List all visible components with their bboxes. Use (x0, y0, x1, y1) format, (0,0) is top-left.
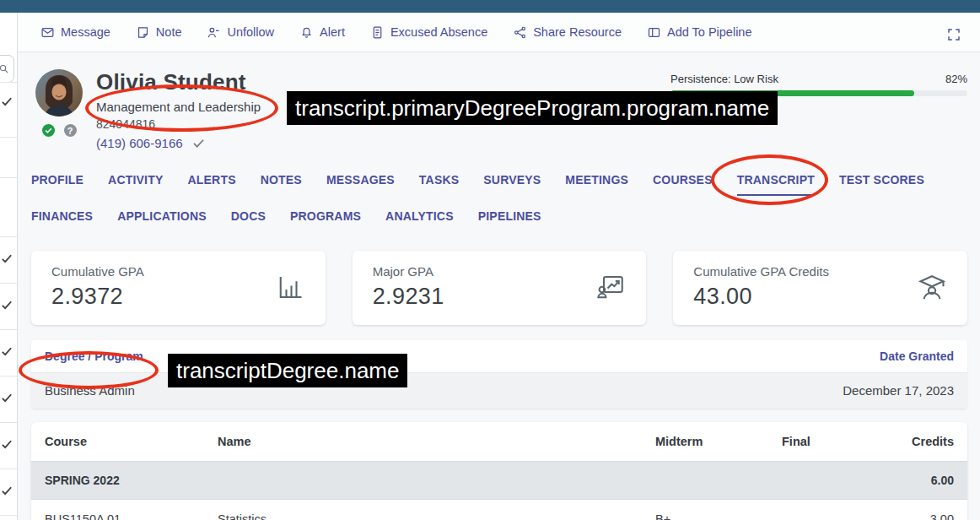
unfollow-button[interactable]: Unfollow (207, 25, 274, 40)
tab-finances[interactable]: FINANCES (31, 209, 93, 230)
degree-date-granted: December 17, 2023 (843, 383, 954, 398)
credits-column-header: Credits (908, 435, 954, 448)
course-column-header: Course (45, 435, 218, 448)
persistence-label: Persistence: Low Risk (670, 73, 778, 85)
tab-bar-row-2: FINANCES APPLICATIONS DOCS PROGRAMS ANAL… (31, 209, 967, 230)
student-id: 824044816 (96, 117, 261, 131)
major-gpa-label: Major GPA (373, 264, 444, 279)
help-icon[interactable]: ? (64, 124, 77, 137)
annotation-label-degree-binding: transcriptDegree.name (168, 354, 407, 387)
share-resource-label: Share Resource (533, 25, 622, 39)
tab-test-scores[interactable]: TEST SCORES (839, 173, 924, 196)
stat-cards: Cumulative GPA 2.9372 Major GPA 2.9231 C… (31, 251, 967, 325)
share-resource-button[interactable]: Share Resource (513, 25, 622, 40)
columns-icon (647, 25, 661, 40)
bell-icon (299, 25, 314, 40)
note-icon (136, 25, 150, 40)
course-credits: 3.00 (908, 512, 954, 520)
major-gpa-card: Major GPA 2.9231 (353, 251, 647, 325)
tab-surveys[interactable]: SURVEYS (483, 173, 541, 196)
student-phone-link[interactable]: (419) 606-9166 (96, 136, 261, 150)
tab-profile[interactable]: PROFILE (31, 173, 83, 196)
tab-analytics[interactable]: ANALYTICS (385, 209, 454, 230)
person-trend-icon (595, 272, 626, 302)
persistence-percent: 82% (945, 73, 967, 85)
expand-icon[interactable] (946, 27, 961, 42)
term-section-row: SPRING 2022 6.00 (31, 461, 967, 500)
cumulative-gpa-card: Cumulative GPA 2.9372 (31, 251, 326, 325)
tab-applications[interactable]: APPLICATIONS (117, 209, 207, 230)
sidebar-check-icon[interactable] (1, 392, 13, 404)
user-minus-icon (207, 25, 221, 40)
cumulative-gpa-credits-card: Cumulative GPA Credits 43.00 (673, 251, 967, 325)
phone-verified-check-icon (192, 138, 205, 149)
tab-pipelines[interactable]: PIPELINES (478, 209, 541, 230)
major-gpa-value: 2.9231 (373, 284, 444, 310)
bar-chart-icon (275, 272, 305, 302)
unfollow-label: Unfollow (227, 25, 274, 39)
midterm-column-header: Midterm (655, 435, 782, 448)
tab-activity[interactable]: ACTIVITY (108, 173, 163, 196)
note-label: Note (156, 25, 182, 39)
message-label: Message (61, 25, 110, 39)
graduate-icon (917, 272, 947, 302)
degree-program-header: Degree / Program (45, 349, 143, 363)
tab-bar-row-1: PROFILE ACTIVITY ALERTS NOTES MESSAGES T… (31, 173, 967, 196)
date-granted-header: Date Granted (880, 349, 954, 363)
course-table-header: Course Name Midterm Final Credits (31, 422, 967, 461)
student-program: Management and Leadership (96, 100, 261, 114)
envelope-icon (40, 25, 55, 40)
document-icon (370, 25, 385, 40)
tab-transcript[interactable]: TRANSCRIPT (737, 173, 815, 196)
tab-messages[interactable]: MESSAGES (326, 173, 395, 196)
tab-programs[interactable]: PROGRAMS (290, 209, 361, 230)
tab-courses[interactable]: COURSES (653, 173, 713, 196)
course-row: BUS1150A 01 Statistics Joan Faculty B+ 3… (31, 500, 967, 520)
note-button[interactable]: Note (136, 25, 182, 40)
share-nodes-icon (513, 25, 527, 40)
excused-absence-label: Excused Absence (390, 25, 487, 39)
tab-meetings[interactable]: MEETINGS (565, 173, 628, 196)
cumulative-gpa-credits-value: 43.00 (693, 284, 829, 310)
tab-tasks[interactable]: TASKS (419, 173, 459, 196)
student-name: Olivia Student (96, 69, 261, 95)
verified-check-icon (42, 124, 55, 137)
action-toolbar: Message Note Unfollow Alert Excused Abse… (18, 13, 980, 52)
term-credits: 6.00 (908, 474, 954, 487)
phone-number: (419) 606-9166 (96, 136, 183, 150)
degree-name: Business Admin (45, 383, 135, 398)
tab-docs[interactable]: DOCS (231, 209, 266, 230)
cumulative-gpa-credits-label: Cumulative GPA Credits (693, 264, 829, 279)
sidebar-check-icon[interactable] (1, 95, 13, 107)
window-top-bar (0, 0, 980, 13)
annotation-label-program-binding: transcript.primaryDegreeProgram.program.… (287, 91, 778, 125)
sidebar-check-icon[interactable] (1, 345, 13, 357)
add-to-pipeline-button[interactable]: Add To Pipeline (647, 25, 752, 40)
tab-alerts[interactable]: ALERTS (187, 173, 235, 196)
left-sidebar (0, 13, 18, 520)
sidebar-check-icon[interactable] (1, 438, 13, 450)
course-name: Statistics (218, 512, 655, 520)
sidebar-check-icon[interactable] (1, 299, 13, 311)
sidebar-check-icon[interactable] (1, 252, 13, 264)
final-column-header: Final (782, 435, 908, 448)
name-column-header: Name (218, 435, 655, 448)
tab-notes[interactable]: NOTES (261, 173, 302, 196)
student-avatar (35, 69, 83, 116)
message-button[interactable]: Message (40, 25, 110, 40)
alert-label: Alert (320, 25, 345, 39)
add-to-pipeline-label: Add To Pipeline (667, 25, 752, 39)
alert-button[interactable]: Alert (299, 25, 345, 40)
cumulative-gpa-value: 2.9372 (51, 284, 144, 310)
excused-absence-button[interactable]: Excused Absence (370, 25, 487, 40)
course-code: BUS1150A 01 (45, 512, 218, 520)
cumulative-gpa-label: Cumulative GPA (51, 264, 144, 279)
term-label: SPRING 2022 (45, 474, 218, 487)
course-table-panel: Course Name Midterm Final Credits SPRING… (31, 422, 967, 520)
course-midterm-grade: B+ (655, 512, 782, 520)
sidebar-check-icon[interactable] (1, 485, 13, 496)
search-input[interactable] (0, 55, 14, 83)
